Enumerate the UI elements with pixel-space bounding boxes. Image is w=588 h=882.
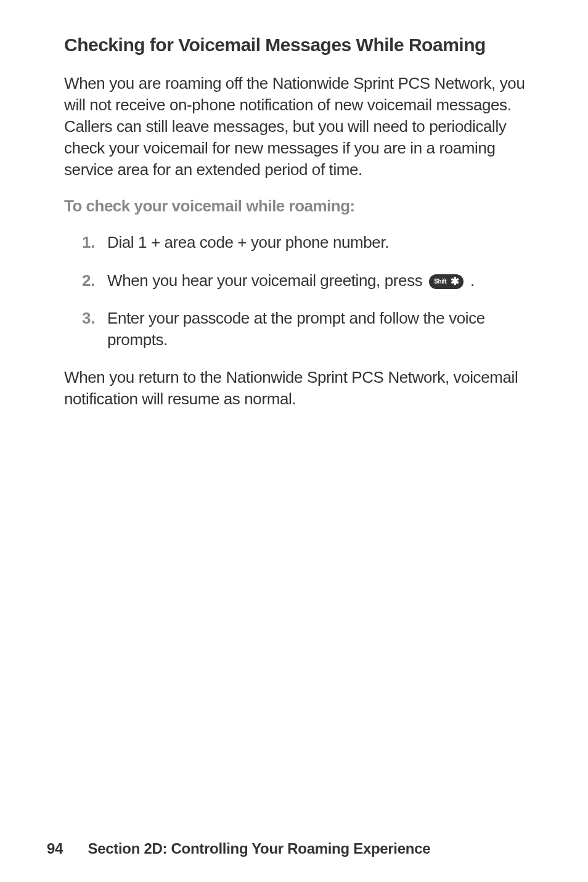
step-number: 3.	[64, 308, 95, 329]
step-text-post: .	[470, 271, 475, 290]
page-footer: 94 Section 2D: Controlling Your Roaming …	[47, 840, 430, 857]
content-area: Checking for Voicemail Messages While Ro…	[64, 35, 535, 426]
step-3: 3. Enter your passcode at the prompt and…	[64, 308, 535, 351]
key-label: Shift	[434, 278, 446, 285]
shift-asterisk-key-icon: Shift ✱	[429, 274, 463, 289]
step-1: 1. Dial 1 + area code + your phone numbe…	[64, 232, 535, 253]
page-number: 94	[47, 840, 63, 857]
step-number: 2.	[64, 270, 95, 292]
step-list: 1. Dial 1 + area code + your phone numbe…	[64, 232, 535, 350]
step-text-pre: When you hear your voicemail greeting, p…	[107, 271, 427, 290]
step-number: 1.	[64, 232, 95, 253]
step-text: When you hear your voicemail greeting, p…	[107, 270, 535, 292]
page: Checking for Voicemail Messages While Ro…	[0, 0, 588, 882]
intro-paragraph: When you are roaming off the Nationwide …	[64, 73, 535, 181]
step-2: 2. When you hear your voicemail greeting…	[64, 270, 535, 292]
outro-paragraph: When you return to the Nationwide Sprint…	[64, 367, 535, 410]
section-heading: Checking for Voicemail Messages While Ro…	[64, 35, 535, 55]
step-text: Dial 1 + area code + your phone number.	[107, 232, 535, 253]
step-text: Enter your passcode at the prompt and fo…	[107, 308, 535, 351]
instruction-subheading: To check your voicemail while roaming:	[64, 197, 535, 216]
asterisk-icon: ✱	[451, 274, 459, 289]
footer-section-title: Section 2D: Controlling Your Roaming Exp…	[88, 840, 430, 857]
